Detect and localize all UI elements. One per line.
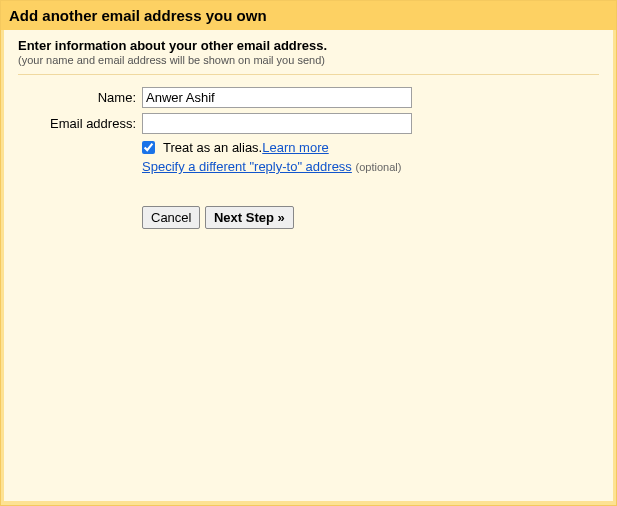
next-step-button[interactable]: Next Step » bbox=[205, 206, 294, 229]
dialog-window: Add another email address you own Enter … bbox=[0, 0, 617, 506]
name-row: Name: bbox=[18, 87, 599, 108]
cancel-button[interactable]: Cancel bbox=[142, 206, 200, 229]
email-input[interactable] bbox=[142, 113, 412, 134]
reply-to-link[interactable]: Specify a different "reply-to" address bbox=[142, 159, 352, 174]
reply-to-optional: (optional) bbox=[356, 161, 402, 173]
alias-checkbox[interactable] bbox=[142, 141, 155, 154]
separator bbox=[18, 74, 599, 75]
learn-more-link[interactable]: Learn more bbox=[262, 140, 328, 155]
name-label: Name: bbox=[18, 90, 142, 105]
alias-label: Treat as an alias. bbox=[163, 140, 262, 155]
section-heading: Enter information about your other email… bbox=[18, 38, 599, 53]
email-label: Email address: bbox=[18, 116, 142, 131]
section-note: (your name and email address will be sho… bbox=[18, 54, 599, 66]
name-input[interactable] bbox=[142, 87, 412, 108]
button-row: Cancel Next Step » bbox=[142, 206, 599, 229]
dialog-body: Enter information about your other email… bbox=[4, 30, 613, 501]
dialog-title: Add another email address you own bbox=[1, 1, 616, 30]
email-row: Email address: bbox=[18, 113, 599, 134]
reply-to-row: Specify a different "reply-to" address (… bbox=[142, 159, 599, 174]
alias-row: Treat as an alias. Learn more bbox=[18, 140, 599, 155]
